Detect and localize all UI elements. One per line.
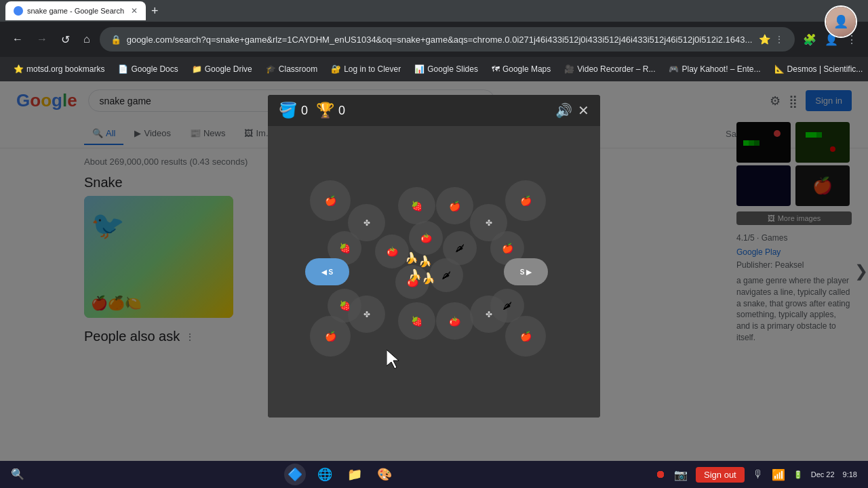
url-icons: ⭐ ⋮ [759, 34, 784, 45]
apple-fruit-3: 🍎 [502, 243, 513, 253]
app-icon-4: 🎨 [377, 467, 392, 482]
bookmark-motsd[interactable]: ⭐ motsd.org bookmarks [8, 62, 110, 77]
video-icon: 🎥 [564, 64, 574, 74]
profile-picture[interactable]: 👤 [825, 5, 857, 38]
tomato-1: 🍅 [387, 246, 398, 257]
sound-button[interactable]: 🔊 [555, 102, 572, 119]
taskbar-center: 🔷 🌐 📁 🎨 [30, 464, 650, 485]
close-game-button[interactable]: ✕ [578, 102, 589, 119]
bubble-c2: 🍅 [409, 221, 443, 255]
bubble-ml: ◀ S [305, 258, 349, 285]
svg-marker-10 [387, 350, 399, 369]
taskbar-battery-icon: 🔋 [793, 470, 803, 479]
bubble-tc2: 🍎 [436, 187, 473, 224]
bubble-mr: S ▶ [504, 258, 548, 285]
tomato-4: 🍅 [449, 316, 460, 327]
clever-icon: 🔐 [331, 64, 341, 74]
taskbar-time: 9:18 [843, 470, 857, 479]
bookmark-maps[interactable]: 🗺 Google Maps [486, 62, 556, 77]
apple-fruit-6: 🍎 [520, 331, 532, 342]
google-page: Google snake game 🎙 🔍 ⚙ ⣿ Sign in [0, 81, 868, 461]
snake-head-left: ◀ S [321, 268, 333, 276]
bubble-bc1: 🍓 [398, 302, 435, 340]
taskbar: 🔍 🔷 🌐 📁 🎨 ⏺ 📷 Sign out 🎙 📶 🔋 Dec 22 [0, 461, 868, 488]
score2-value: 0 [338, 104, 345, 118]
score-item-1: 🪣 0 [279, 102, 308, 119]
strawberry-3: 🍓 [339, 300, 351, 311]
tomato-2: 🍅 [420, 232, 432, 243]
slides-icon: 📊 [414, 64, 425, 74]
back-button[interactable]: ← [8, 30, 27, 48]
taskbar-files[interactable]: 📁 [344, 464, 366, 485]
chrome-icon: 🌐 [317, 467, 332, 482]
classroom-icon: 🎓 [266, 64, 276, 74]
crosshair-3: ✤ [363, 310, 370, 319]
bubble-bl3: 🍓 [328, 289, 361, 323]
score1-value: 0 [301, 104, 308, 118]
taskbar-search-icon[interactable]: 🔍 [11, 468, 24, 481]
app-icon-1: 🔷 [288, 467, 302, 482]
forward-button[interactable]: → [33, 30, 52, 48]
taskbar-app-1[interactable]: 🔷 [284, 464, 306, 485]
bubble-br3: 🌶 [490, 289, 524, 323]
banana-1: 🍌 [405, 251, 418, 264]
url-bar[interactable]: 🔒 google.com/search?q=snake+game&rlz=1CA… [100, 27, 795, 52]
pepper-2: 🌶 [441, 270, 451, 281]
bookmark-kahoot[interactable]: 🎮 Play Kahoot! – Ente... [663, 62, 766, 77]
score-item-2: 🏆 0 [316, 102, 345, 119]
bucket-icon: 🪣 [279, 102, 297, 119]
bubble-tc1: 🍓 [398, 187, 435, 224]
bookmark-desmos[interactable]: 📐 Desmos | Scientific... [769, 62, 868, 77]
bookmark-slides[interactable]: 📊 Google Slides [409, 62, 484, 77]
desmos-icon: 📐 [774, 64, 785, 74]
crosshair-2: ✤ [486, 218, 492, 228]
bubble-tr1: 🍎 [505, 180, 546, 221]
bubble-bc2: 🍅 [436, 302, 473, 340]
record-icon: ⏺ [655, 468, 666, 481]
sign-out-button[interactable]: Sign out [696, 467, 745, 483]
bookmark-clever[interactable]: 🔐 Log in to Clever [326, 62, 406, 77]
banana-4: 🍌 [422, 272, 435, 285]
taskbar-app-4[interactable]: 🎨 [374, 464, 395, 485]
bubble-c1: 🍅 [375, 235, 409, 268]
apple-fruit-2: 🍎 [520, 195, 532, 206]
bookmark-icon: ⭐ [14, 64, 24, 74]
game-panel: 🪣 0 🏆 0 🔊 ✕ [268, 95, 600, 418]
strawberry-4: 🍓 [411, 316, 422, 327]
files-icon: 📁 [347, 467, 362, 482]
game-canvas[interactable]: 🍎 ✤ 🍓 🍎 ✤ 🍎 [268, 126, 600, 418]
bookmark-drive[interactable]: 📁 Google Drive [186, 62, 258, 77]
apple-fruit-1: 🍎 [325, 195, 336, 206]
extensions-icon[interactable]: 🧩 [800, 30, 819, 49]
tab-close-button[interactable]: ✕ [131, 6, 138, 16]
strawberry-2: 🍓 [411, 201, 422, 211]
bookmark-classroom[interactable]: 🎓 Classroom [260, 62, 323, 77]
refresh-button[interactable]: ↺ [57, 30, 74, 49]
game-header: 🪣 0 🏆 0 🔊 ✕ [268, 95, 600, 126]
taskbar-chrome[interactable]: 🌐 [314, 464, 336, 485]
title-bar: snake game - Google Search ✕ + [0, 0, 868, 22]
taskbar-mic-icon[interactable]: 🎙 [753, 468, 764, 481]
crosshair-1: ✤ [363, 218, 370, 228]
screenshot-icon: 📷 [674, 468, 688, 481]
taskbar-right: ⏺ 📷 Sign out 🎙 📶 🔋 Dec 22 9:18 [655, 467, 857, 483]
tab-favicon [14, 6, 23, 16]
address-bar: ← → ↺ ⌂ 🔒 google.com/search?q=snake+game… [0, 22, 868, 57]
tab-bar: snake game - Google Search ✕ + [5, 1, 863, 20]
game-controls: 🔊 ✕ [555, 102, 589, 119]
bookmark-docs[interactable]: 📄 Google Docs [113, 62, 183, 77]
new-tab-button[interactable]: + [146, 4, 164, 18]
bookmark-video[interactable]: 🎥 Video Recorder – R... [559, 62, 660, 77]
taskbar-date: Dec 22 [811, 470, 835, 479]
page-content: Google snake game 🎙 🔍 ⚙ ⣿ Sign in [0, 81, 868, 461]
pepper-1: 🌶 [455, 243, 465, 253]
active-tab[interactable]: snake game - Google Search ✕ [5, 1, 146, 20]
snake-head-right: S ▶ [520, 268, 532, 276]
tab-title: snake game - Google Search [27, 7, 124, 15]
apple-fruit-4: 🍎 [449, 201, 460, 211]
taskbar-wifi-icon: 📶 [772, 468, 785, 481]
home-button[interactable]: ⌂ [79, 30, 94, 48]
url-text: google.com/search?q=snake+game&rlz=1CAYD… [127, 35, 753, 45]
docs-icon: 📄 [118, 64, 128, 74]
drive-icon: 📁 [192, 64, 202, 74]
